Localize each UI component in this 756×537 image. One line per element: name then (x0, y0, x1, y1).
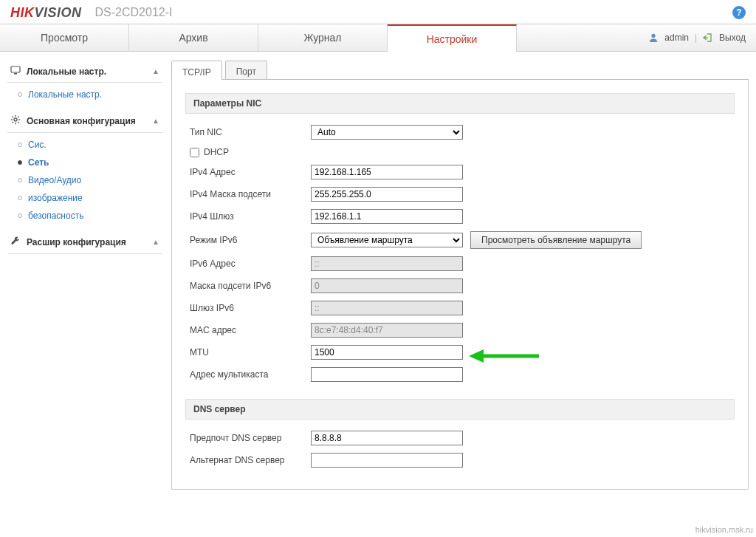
sidebar-item-label: Сис. (28, 140, 47, 150)
nav-tab-archive[interactable]: Архив (129, 24, 258, 51)
svg-line-10 (18, 117, 19, 118)
gear-icon (10, 114, 21, 127)
ipv6-mask-label: Маска подсети IPv6 (185, 281, 303, 291)
svg-line-8 (13, 117, 14, 118)
svg-rect-1 (11, 66, 20, 72)
sidebar-item-security[interactable]: безопасность (7, 207, 162, 225)
sidebar-item-network[interactable]: Сеть (7, 154, 162, 171)
svg-rect-2 (14, 73, 17, 75)
ipv4-mask-input[interactable] (311, 187, 463, 202)
user-name[interactable]: admin (664, 33, 689, 43)
sidebar-group-local[interactable]: Локальные настр. ▲ (7, 61, 162, 83)
ipv4-gw-label: IPv4 Шлюз (185, 211, 303, 222)
logo-red: HIK (10, 5, 35, 20)
logout-link[interactable]: Выход (719, 33, 746, 43)
sidebar-item-label: Видео/Аудио (28, 175, 81, 185)
mtu-input[interactable] (311, 345, 463, 360)
sidebar-item-system[interactable]: Сис. (7, 136, 162, 154)
logout-icon (703, 33, 713, 44)
ipv6-mode-select[interactable]: Объявление маршрута (311, 233, 463, 247)
bullet-icon (18, 213, 22, 218)
user-icon (648, 33, 659, 44)
bullet-icon (18, 196, 22, 200)
nic-type-label: Тип NIC (185, 127, 303, 137)
settings-form: Параметры NIC Тип NIC Auto DHCP IPv4 Адр… (171, 80, 749, 490)
nic-section-title: Параметры NIC (185, 93, 735, 114)
sidebar-item-label: Локальные настр. (28, 89, 102, 100)
svg-line-11 (13, 122, 14, 123)
dhcp-checkbox[interactable] (190, 148, 199, 157)
mac-input (311, 323, 463, 338)
brand-bar: HIKVISION DS-2CD2012-I ? (0, 0, 756, 24)
chevron-up-icon: ▲ (152, 117, 159, 125)
sidebar-item-image[interactable]: изображение (7, 189, 162, 207)
help-icon[interactable]: ? (732, 6, 746, 19)
mac-label: MAC адрес (185, 325, 303, 335)
chevron-up-icon: ▲ (152, 238, 159, 246)
dhcp-label: DHCP (204, 147, 229, 157)
svg-point-3 (14, 118, 17, 121)
ipv6-addr-input (311, 256, 463, 271)
nav-tab-settings[interactable]: Настройки (388, 24, 517, 52)
monitor-icon (10, 66, 21, 77)
ipv4-addr-label: IPv4 Адрес (185, 167, 303, 177)
svg-line-9 (18, 122, 19, 123)
device-model: DS-2CD2012-I (95, 6, 173, 19)
ipv6-mode-label: Режим IPv6 (185, 235, 303, 245)
nav-user-area: admin | Выход (648, 24, 756, 51)
ipv6-gw-input (311, 301, 463, 315)
nav-tab-preview[interactable]: Просмотр (0, 24, 129, 51)
view-route-advert-button[interactable]: Просмотреть объявление маршрута (470, 231, 642, 249)
sidebar-item-video-audio[interactable]: Видео/Аудио (7, 171, 162, 189)
ipv4-gw-input[interactable] (311, 209, 463, 224)
bullet-icon (18, 143, 22, 147)
nav-separator: | (695, 33, 697, 43)
pref-dns-input[interactable] (311, 431, 463, 445)
ipv4-addr-input[interactable] (311, 165, 463, 179)
sidebar: Локальные настр. ▲ Локальные настр. Осно… (7, 61, 162, 490)
nav-tab-log[interactable]: Журнал (258, 24, 388, 51)
sidebar-item-label: безопасность (28, 211, 83, 221)
ipv6-addr-label: IPv6 Адрес (185, 259, 303, 269)
chevron-up-icon: ▲ (152, 67, 159, 75)
ipv6-gw-label: Шлюз IPv6 (185, 303, 303, 313)
sidebar-group-advanced[interactable]: Расшир конфигурация ▲ (7, 230, 162, 254)
svg-point-0 (652, 34, 656, 38)
logo-gray: VISION (35, 5, 82, 20)
bullet-icon (18, 92, 22, 97)
mtu-label: MTU (185, 347, 303, 358)
svg-marker-13 (469, 349, 484, 363)
sidebar-item-local-settings[interactable]: Локальные настр. (7, 86, 162, 103)
bullet-icon (18, 178, 22, 182)
sidebar-item-label: Сеть (28, 157, 49, 168)
subtab-port[interactable]: Порт (225, 61, 267, 79)
alt-dns-label: Альтернат DNS сервер (185, 455, 303, 465)
wrench-icon (10, 236, 21, 248)
sidebar-group-label: Расшир конфигурация (27, 237, 126, 247)
sidebar-group-basic[interactable]: Основная конфигурация ▲ (7, 109, 162, 133)
subtab-tcpip[interactable]: TCP/IP (171, 61, 222, 80)
nic-type-select[interactable]: Auto (311, 125, 463, 140)
bullet-icon (18, 160, 22, 165)
sidebar-group-label: Основная конфигурация (27, 116, 136, 126)
main-nav: Просмотр Архив Журнал Настройки admin | … (0, 24, 756, 52)
pref-dns-label: Предпочт DNS сервер (185, 433, 303, 443)
ipv4-mask-label: IPv4 Маска подсети (185, 189, 303, 199)
alt-dns-input[interactable] (311, 453, 463, 468)
dns-section-title: DNS сервер (185, 399, 735, 420)
sidebar-group-label: Локальные настр. (27, 66, 106, 77)
content-panel: TCP/IP Порт Параметры NIC Тип NIC Auto D… (171, 61, 749, 490)
brand-logo: HIKVISION (10, 5, 82, 21)
multicast-label: Адрес мультикаста (185, 369, 303, 380)
multicast-input[interactable] (311, 367, 463, 382)
subtabs: TCP/IP Порт (171, 61, 749, 80)
ipv6-mask-input (311, 278, 463, 293)
sidebar-item-label: изображение (28, 193, 83, 203)
